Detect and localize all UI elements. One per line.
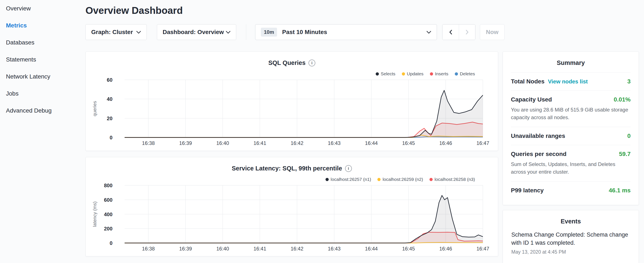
sidebar-item-statements[interactable]: Statements bbox=[0, 51, 86, 68]
summary-panel: Summary Total Nodes View nodes list 3 Ca… bbox=[502, 52, 639, 205]
legend-label: Inserts bbox=[435, 71, 448, 76]
event-timestamp: May 13, 2020 at 4:45 PM bbox=[511, 249, 630, 255]
service-latency-chart[interactable]: 020040060080016:3816:3916:4016:4116:4216… bbox=[86, 157, 498, 256]
summary-row-p99-latency: P99 latency 46.1 ms bbox=[511, 181, 630, 199]
svg-text:16:44: 16:44 bbox=[365, 140, 378, 146]
legend-label: localhost:26259 (n2) bbox=[382, 177, 423, 182]
svg-text:16:46: 16:46 bbox=[439, 246, 452, 251]
chart-title: Service Latency: SQL, 99th percentile bbox=[232, 165, 342, 172]
summary-row-label: Unavailable ranges bbox=[511, 133, 565, 139]
summary-row-label: Total Nodes bbox=[511, 78, 544, 85]
svg-text:16:44: 16:44 bbox=[365, 246, 378, 251]
sidebar-item-databases[interactable]: Databases bbox=[0, 34, 86, 51]
svg-text:16:47: 16:47 bbox=[476, 246, 489, 251]
sidebar-item-jobs[interactable]: Jobs bbox=[0, 85, 86, 102]
summary-row-label: Queries per second bbox=[511, 151, 566, 157]
legend-item[interactable]: Deletes bbox=[455, 71, 475, 76]
legend-label: localhost:26258 (n3) bbox=[434, 177, 475, 182]
summary-row-description: Sum of Selects, Updates, Inserts, and De… bbox=[511, 160, 630, 176]
summary-row-value: 0 bbox=[627, 133, 630, 139]
chevron-right-icon bbox=[466, 30, 468, 35]
info-icon[interactable]: i bbox=[345, 165, 352, 172]
graph-selector[interactable]: Graph: Cluster bbox=[86, 24, 147, 40]
legend-item[interactable]: Updates bbox=[402, 71, 424, 76]
svg-text:16:47: 16:47 bbox=[476, 140, 489, 146]
summary-row-description: You are using 28.6 MiB of 515.9 GiB usab… bbox=[511, 106, 630, 121]
chart-legend: SelectsUpdatesInsertsDeletes bbox=[369, 71, 475, 76]
legend-item[interactable]: Selects bbox=[376, 71, 396, 76]
chart-header: SQL Queries i bbox=[86, 52, 498, 66]
svg-text:600: 600 bbox=[104, 197, 112, 203]
toolbar-divider bbox=[246, 24, 246, 40]
sql-queries-chart-panel: 020406016:3816:3916:4016:4116:4216:4316:… bbox=[86, 52, 498, 151]
time-range-label: Past 10 Minutes bbox=[282, 29, 426, 36]
chevron-down-icon bbox=[426, 31, 431, 34]
legend-label: localhost:26257 (n1) bbox=[330, 177, 371, 182]
view-nodes-list-link[interactable]: View nodes list bbox=[548, 78, 588, 85]
svg-text:16:43: 16:43 bbox=[328, 246, 340, 251]
charts-column: 020406016:3816:3916:4016:4116:4216:4316:… bbox=[86, 52, 498, 263]
sidebar: Overview Metrics Databases Statements Ne… bbox=[0, 0, 86, 263]
summary-row-value: 0.01% bbox=[614, 96, 630, 103]
legend-dot-icon bbox=[402, 72, 405, 76]
svg-text:16:39: 16:39 bbox=[179, 246, 192, 251]
svg-text:16:40: 16:40 bbox=[216, 140, 229, 146]
time-back-button[interactable] bbox=[442, 25, 459, 40]
legend-dot-icon bbox=[430, 178, 433, 181]
time-step-buttons bbox=[442, 24, 476, 40]
svg-text:200: 200 bbox=[104, 226, 112, 231]
svg-text:16:43: 16:43 bbox=[328, 140, 340, 146]
legend-item[interactable]: localhost:26258 (n3) bbox=[430, 177, 475, 182]
summary-row-label: P99 latency bbox=[511, 187, 544, 194]
svg-text:16:42: 16:42 bbox=[291, 140, 304, 146]
sidebar-item-network-latency[interactable]: Network Latency bbox=[0, 68, 86, 85]
time-range-selector[interactable]: 10m Past 10 Minutes bbox=[255, 24, 437, 40]
events-panel: Events Schema Change Completed: Schema c… bbox=[502, 210, 639, 263]
dashboard-selector[interactable]: Dashboard: Overview bbox=[157, 24, 236, 40]
legend-dot-icon bbox=[455, 72, 458, 76]
svg-text:16:38: 16:38 bbox=[142, 246, 155, 251]
time-window-badge: 10m bbox=[261, 28, 277, 37]
event-message: Schema Change Completed: Schema change w… bbox=[511, 231, 630, 247]
svg-text:40: 40 bbox=[107, 96, 112, 102]
chevron-down-icon bbox=[226, 31, 230, 34]
legend-label: Selects bbox=[381, 71, 396, 76]
chevron-down-icon bbox=[136, 31, 141, 34]
chart-legend: localhost:26257 (n1)localhost:26259 (n2)… bbox=[319, 177, 475, 182]
summary-row-capacity-used: Capacity Used 0.01% You are using 28.6 M… bbox=[511, 90, 630, 127]
svg-text:16:41: 16:41 bbox=[254, 140, 266, 146]
sidebar-item-overview[interactable]: Overview bbox=[0, 0, 86, 17]
chart-header: Service Latency: SQL, 99th percentile i bbox=[86, 157, 498, 172]
svg-text:16:42: 16:42 bbox=[291, 246, 304, 251]
dashboard-selector-label: Dashboard: Overview bbox=[163, 29, 224, 36]
svg-text:0: 0 bbox=[110, 240, 112, 246]
svg-text:16:39: 16:39 bbox=[179, 140, 192, 146]
legend-item[interactable]: localhost:26259 (n2) bbox=[378, 177, 423, 182]
svg-text:16:45: 16:45 bbox=[402, 246, 415, 251]
now-button[interactable]: Now bbox=[480, 24, 504, 40]
sidebar-item-advanced-debug[interactable]: Advanced Debug bbox=[0, 102, 86, 119]
info-icon[interactable]: i bbox=[308, 60, 315, 66]
svg-text:800: 800 bbox=[104, 183, 112, 188]
legend-item[interactable]: localhost:26257 (n1) bbox=[326, 177, 371, 182]
chevron-left-icon bbox=[449, 30, 452, 35]
legend-dot-icon bbox=[378, 178, 380, 181]
service-latency-chart-panel: 020040060080016:3816:3916:4016:4116:4216… bbox=[86, 157, 498, 256]
sql-queries-chart[interactable]: 020406016:3816:3916:4016:4116:4216:4316:… bbox=[86, 52, 498, 151]
sidebar-item-metrics[interactable]: Metrics bbox=[0, 17, 86, 34]
svg-text:16:38: 16:38 bbox=[142, 140, 155, 146]
legend-label: Updates bbox=[407, 71, 424, 76]
time-forward-button[interactable] bbox=[459, 25, 475, 40]
legend-dot-icon bbox=[430, 72, 433, 76]
summary-row-value: 46.1 ms bbox=[609, 187, 630, 194]
legend-item[interactable]: Inserts bbox=[430, 71, 448, 76]
event-item[interactable]: Schema Change Completed: Schema change w… bbox=[503, 231, 639, 255]
svg-text:20: 20 bbox=[107, 116, 112, 121]
toolbar: Graph: Cluster Dashboard: Overview 10m P… bbox=[86, 24, 644, 40]
legend-label: Deletes bbox=[460, 71, 475, 76]
svg-text:latency (ms): latency (ms) bbox=[92, 201, 98, 227]
summary-row-queries-per-second: Queries per second 59.7 Sum of Selects, … bbox=[511, 145, 630, 181]
right-column: Summary Total Nodes View nodes list 3 Ca… bbox=[502, 52, 639, 263]
svg-text:16:41: 16:41 bbox=[254, 246, 266, 251]
legend-dot-icon bbox=[376, 72, 379, 76]
